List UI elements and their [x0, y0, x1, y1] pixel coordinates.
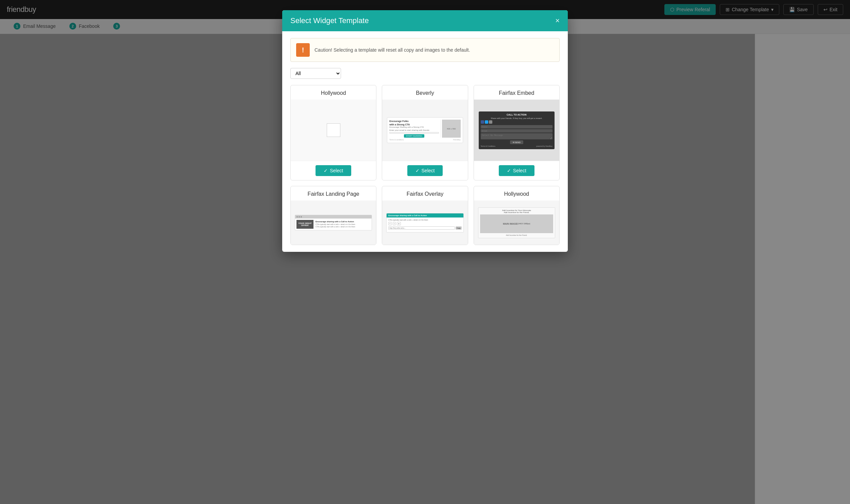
modal-body[interactable]: ! Caution! Selecting a template will res…: [282, 31, 568, 34]
modal-backdrop: Select Widget Template × ! Caution! Sele…: [0, 0, 850, 34]
select-widget-template-modal: Select Widget Template × ! Caution! Sele…: [282, 10, 568, 34]
modal-header: Select Widget Template ×: [282, 10, 568, 31]
modal-title: Select Widget Template: [290, 16, 369, 25]
modal-close-button[interactable]: ×: [555, 17, 560, 24]
